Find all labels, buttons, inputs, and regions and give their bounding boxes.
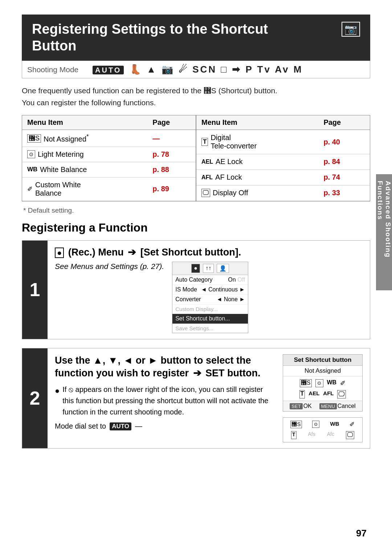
- icon-wb: WB: [327, 379, 337, 387]
- custom-wb-icon: ✐: [27, 185, 33, 193]
- page-container: 📷 Registering Settings to the Shortcut B…: [0, 0, 392, 552]
- set-ok-label: SETOK: [290, 403, 311, 409]
- icon-afl: AFL: [323, 390, 334, 398]
- shortcut-icons-row1: ޶S ⊙ WB ✐: [283, 376, 362, 389]
- screenshot-row-is: IS Mode ◄ Continuous ►: [172, 285, 248, 295]
- shortcut-icons-row2: T AEL AFL 🖵: [283, 389, 362, 401]
- screenshot-tab-settings: ↑↑: [203, 264, 214, 273]
- wb-label: White Balance: [40, 165, 87, 174]
- table-page-cell: p. 40: [318, 130, 370, 154]
- shortcut-bottom-bar: SETOK MENUCancel: [283, 401, 362, 411]
- table-row: ޶S Not Assigned* —: [22, 130, 196, 147]
- step2-inner: Use the ▲, ▼, ◄ or ► button to select th…: [55, 354, 363, 442]
- wb-icon: WB: [27, 166, 37, 173]
- step2-box: 2 Use the ▲, ▼, ◄ or ► button to select …: [22, 348, 370, 449]
- screenshot-row-auto: Auto Category On Off: [172, 275, 248, 285]
- table-page-cell: p. 74: [318, 169, 370, 185]
- table-cell: T DigitalTele-converter: [196, 130, 318, 154]
- header-title-line2: Button: [32, 38, 76, 53]
- table-page-cell: p. 84: [318, 154, 370, 169]
- table-cell: 🖵 Display Off: [196, 185, 318, 201]
- intro-line2: You can register the following functions…: [22, 98, 156, 107]
- menu-cancel-label: MENUCancel: [319, 403, 356, 409]
- screenshot-tab-user: 👤: [217, 264, 229, 273]
- shooting-mode-bar: Shooting Mode AUTO 👢 ▲ 📷 ☄ SCN □ ➡ P Tv …: [22, 61, 370, 78]
- table-row: T DigitalTele-converter p. 40: [196, 130, 370, 154]
- table-page-cell: —: [147, 130, 196, 147]
- table-cell: ⊙ Light Metering: [22, 147, 147, 162]
- light-metering-icon: ⊙: [27, 150, 35, 158]
- display-off-icon: 🖵: [201, 189, 210, 197]
- table-row: 🖵 Display Off p. 33: [196, 185, 370, 201]
- screenshot-tab-camera: ●: [191, 264, 200, 273]
- md-icon-afs: Afs: [308, 431, 315, 439]
- af-lock-label: AF Lock: [215, 173, 242, 181]
- table-cell: ޶S Not Assigned*: [22, 130, 147, 147]
- auto-badge: AUTO: [93, 66, 124, 74]
- step2-screenshots: Set Shortcut button Not Assigned ޶S ⊙ WB…: [283, 354, 363, 442]
- table-page-cell: p. 78: [147, 147, 196, 162]
- step1-title-text: (Rec.) Menu ➔ [Set Shortcut button].: [68, 247, 241, 258]
- shortcut-subtitle: Not Assigned: [283, 366, 362, 376]
- step1-title: ● (Rec.) Menu ➔ [Set Shortcut button].: [55, 246, 363, 258]
- shortcut-title: Set Shortcut button: [283, 355, 362, 366]
- camera-icon: 📷: [342, 22, 360, 37]
- icon-ael: AEL: [309, 390, 319, 398]
- header-title: Registering Settings to the Shortcut But…: [32, 21, 360, 54]
- auto-badge-mode-dial: AUTO: [110, 422, 131, 430]
- light-metering-label: Light Metering: [38, 150, 84, 159]
- intro-text: One frequently used function can be regi…: [22, 85, 370, 109]
- bullet-icon: ●: [55, 385, 60, 397]
- table-page-cell: p. 88: [147, 162, 196, 177]
- screenshot-tabs: ● ↑↑ 👤: [172, 262, 248, 275]
- shooting-mode-label: Shooting Mode: [27, 65, 85, 74]
- col1-header-menu: Menu Item: [22, 115, 147, 130]
- step1-number: 1: [22, 241, 48, 339]
- icon-not-assigned: ޶S: [300, 379, 312, 387]
- side-tab-text: Advanced Shooting Functions: [376, 181, 392, 284]
- bullet-point: ● If ⦸ appears on the lower right of the…: [55, 384, 274, 418]
- table-page-cell: p. 33: [318, 185, 370, 201]
- side-tab: Advanced Shooting Functions: [376, 174, 392, 290]
- md-icon-disp: 🖵: [346, 431, 354, 439]
- table-row: ✐ Custom WhiteBalance p. 89: [22, 177, 196, 201]
- md-icon-m2: ⊙: [312, 421, 319, 428]
- table-row: WB White Balance p. 88: [22, 162, 196, 177]
- table-row: ⊙ Light Metering p. 78: [22, 147, 196, 162]
- md-icon-ns: ޶S: [290, 421, 302, 428]
- display-off-label: Display Off: [213, 189, 248, 197]
- digital-tele-icon: T: [201, 138, 208, 146]
- auto-category-label: Auto Category: [175, 277, 212, 283]
- table-cell: AEL AE Lock: [196, 154, 318, 169]
- header-title-line1: Registering Settings to the Shortcut: [32, 21, 268, 37]
- md-icon-t: T: [291, 431, 297, 439]
- icon-tele: T: [299, 390, 305, 398]
- mode-dial-icons-row2: T Afs Afc 🖵: [283, 430, 362, 442]
- md-icon-afc: Afc: [327, 431, 334, 439]
- icon-custom-wb: ✐: [340, 379, 346, 387]
- screenshot-row-save: Save Settings...: [172, 324, 248, 333]
- screenshot-row-set-shortcut: Set Shortcut button...: [172, 314, 248, 324]
- converter-val: ◄ None ►: [216, 296, 245, 303]
- menu-table-wrapper: Menu Item Page ޶S Not Assigned* —: [22, 115, 370, 201]
- col2-header-page: Page: [318, 115, 370, 130]
- mode-dial-dash: —: [135, 422, 142, 430]
- table-cell: ✐ Custom WhiteBalance: [22, 177, 147, 201]
- step2-text-block: Use the ▲, ▼, ◄ or ► button to select th…: [55, 354, 274, 430]
- table-cell: AFL AF Lock: [196, 169, 318, 185]
- menu-table-right: Menu Item Page T DigitalTele-converter p…: [196, 115, 370, 201]
- md-icon-cwb: ✐: [350, 421, 355, 428]
- step2-title: Use the ▲, ▼, ◄ or ► button to select th…: [55, 354, 274, 380]
- converter-label: Converter: [175, 296, 201, 303]
- mode-dial-line: Mode dial set to AUTO —: [55, 422, 274, 430]
- afl-icon: AFL: [201, 174, 213, 181]
- col1-header-page: Page: [147, 115, 196, 130]
- mode-dial-icons-row1: ޶S ⊙ WB ✐: [283, 418, 362, 430]
- mode-dial-text: Mode dial set to: [55, 422, 106, 430]
- menu-table-left: Menu Item Page ޶S Not Assigned* —: [22, 115, 196, 201]
- col2-header-menu: Menu Item: [196, 115, 318, 130]
- page-number: 97: [356, 528, 367, 539]
- rec-icon: ●: [55, 248, 64, 258]
- step2-number: 2: [22, 348, 48, 448]
- step1-content: ● (Rec.) Menu ➔ [Set Shortcut button]. S…: [48, 241, 370, 339]
